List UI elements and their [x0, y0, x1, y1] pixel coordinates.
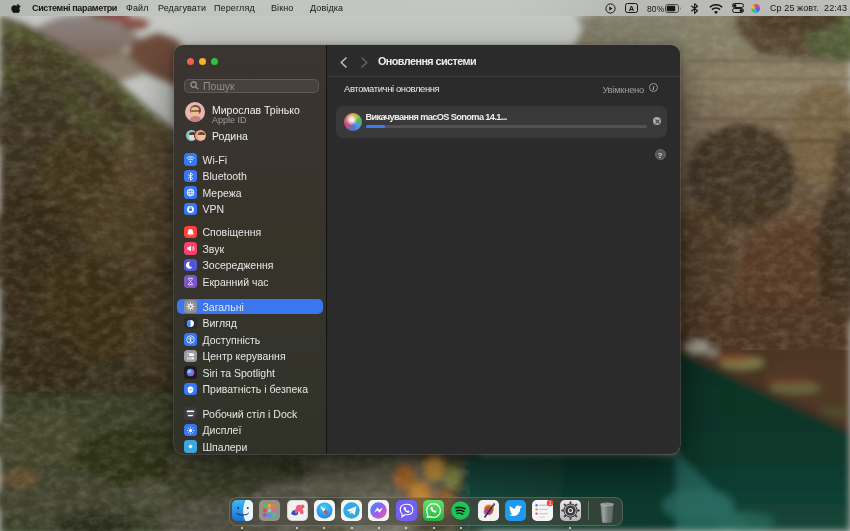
svg-text:1: 1 [549, 501, 552, 506]
